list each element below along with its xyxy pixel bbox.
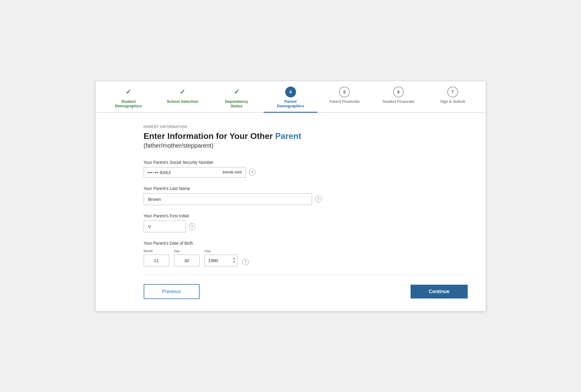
- month-field-group: Month: [144, 249, 169, 266]
- step-1-label: Student Demographics: [111, 99, 147, 108]
- page-title-highlight: Parent: [275, 131, 301, 141]
- step-school-selection[interactable]: ✓ School Selection: [155, 81, 209, 112]
- year-spinner: ▲ ▼: [233, 257, 236, 264]
- year-field-group: Year ▲ ▼: [204, 249, 237, 266]
- step-4-circle: 4: [285, 87, 296, 97]
- page-title: Enter Information for Your Other Parent: [144, 131, 468, 141]
- section-label: PARENT INFORMATION: [144, 125, 468, 129]
- stepper: ✓ Student Demographics ✓ School Selectio…: [96, 81, 486, 113]
- year-input-wrapper: ▲ ▼: [204, 255, 237, 266]
- dob-fields: Month Day Year ▲ ▼: [144, 249, 468, 266]
- page-subtitle: (father/mother/stepparent): [144, 142, 468, 149]
- last-name-field-group: Your Parent's Last Name ?: [144, 186, 468, 205]
- ssn-input-row: •••-••-8463 SHOW SSN ?: [144, 167, 468, 178]
- step-dependency-status[interactable]: ✓ Dependency Status: [209, 81, 264, 112]
- footer-buttons: Previous Continue: [144, 284, 468, 299]
- step-sign-submit[interactable]: 7 Sign & Submit: [426, 81, 480, 112]
- year-sublabel: Year: [204, 249, 237, 253]
- dob-section: Your Parent's Date of Birth Month Day Ye…: [144, 241, 468, 266]
- step-5-circle: 5: [339, 87, 350, 97]
- month-input[interactable]: [144, 255, 169, 266]
- previous-button[interactable]: Previous: [144, 284, 200, 299]
- first-initial-help-icon[interactable]: ?: [189, 223, 195, 230]
- first-initial-input[interactable]: [144, 221, 186, 232]
- step-2-label: School Selection: [167, 99, 198, 104]
- ssn-field-group: Your Parent's Social Security Number •••…: [144, 160, 468, 178]
- step-4-label: Parent Demographics: [273, 99, 309, 108]
- step-student-demographics[interactable]: ✓ Student Demographics: [102, 81, 156, 112]
- step-student-financials[interactable]: 6 Student Financials: [372, 81, 426, 112]
- day-input[interactable]: [174, 255, 200, 266]
- page-wrapper: ✓ Student Demographics ✓ School Selectio…: [95, 81, 486, 311]
- year-decrement-button[interactable]: ▼: [233, 261, 236, 264]
- year-increment-button[interactable]: ▲: [233, 257, 236, 260]
- step-7-circle: 7: [447, 87, 458, 97]
- step-3-label: Dependency Status: [219, 99, 255, 108]
- page-title-main: Enter Information for Your Other: [144, 131, 275, 141]
- step-6-label: Student Financials: [382, 99, 414, 104]
- ssn-help-icon[interactable]: ?: [249, 169, 255, 176]
- first-initial-input-row: ?: [144, 221, 468, 232]
- dob-label: Your Parent's Date of Birth: [144, 241, 468, 246]
- step-3-circle: ✓: [231, 87, 242, 97]
- month-sublabel: Month: [144, 249, 169, 253]
- ssn-input-box: •••-••-8463 SHOW SSN: [144, 167, 246, 178]
- day-sublabel: Day: [174, 249, 200, 253]
- step-parent-demographics[interactable]: 4 Parent Demographics: [264, 81, 318, 113]
- divider: [144, 275, 468, 275]
- step-6-circle: 6: [393, 87, 404, 97]
- step-7-label: Sign & Submit: [440, 99, 465, 104]
- dob-help-icon[interactable]: ?: [242, 259, 249, 265]
- first-initial-label: Your Parent's First Initial: [144, 213, 468, 218]
- main-content: PARENT INFORMATION Enter Information for…: [96, 113, 486, 311]
- ssn-masked-value: •••-••-8463: [148, 170, 223, 175]
- last-name-label: Your Parent's Last Name: [144, 186, 468, 191]
- last-name-help-icon[interactable]: ?: [315, 196, 322, 202]
- step-parent-financials[interactable]: 5 Parent Financials: [317, 81, 372, 112]
- step-5-label: Parent Financials: [329, 99, 359, 104]
- continue-button[interactable]: Continue: [411, 285, 467, 299]
- show-ssn-button[interactable]: SHOW SSN: [222, 170, 242, 174]
- last-name-input-row: ?: [144, 193, 468, 205]
- ssn-label: Your Parent's Social Security Number: [144, 160, 468, 165]
- day-field-group: Day: [174, 249, 200, 266]
- step-1-circle: ✓: [123, 87, 134, 97]
- step-2-circle: ✓: [177, 87, 188, 97]
- last-name-input[interactable]: [144, 193, 312, 205]
- first-initial-field-group: Your Parent's First Initial ?: [144, 213, 468, 232]
